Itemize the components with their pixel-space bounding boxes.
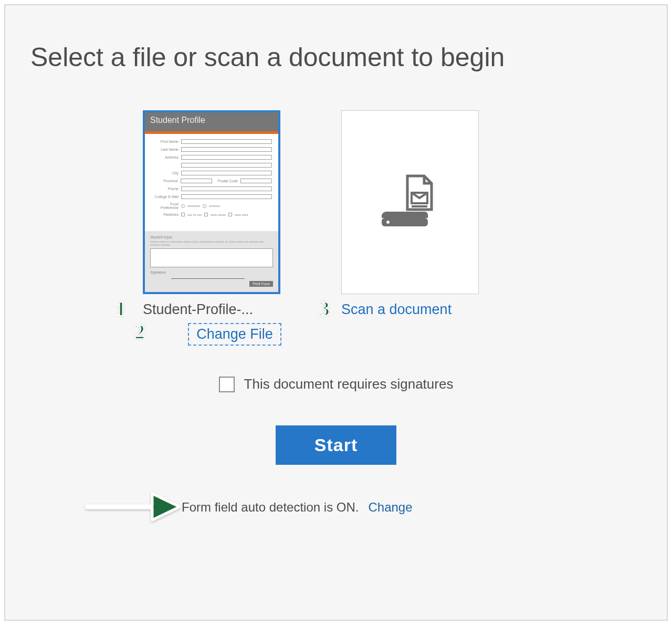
file-preview: Student Profile First Name Last Name Add… — [145, 112, 278, 292]
callout-2: 2 — [134, 319, 158, 342]
page-title: Select a file or scan a document to begi… — [30, 42, 645, 72]
start-button[interactable]: Start — [276, 425, 396, 465]
file-preview-tile[interactable]: Student Profile First Name Last Name Add… — [143, 110, 280, 294]
dialog-panel: Select a file or scan a document to begi… — [4, 4, 668, 621]
auto-detection-change-link[interactable]: Change — [368, 500, 412, 515]
selected-file-name: Student-Profile-... — [143, 301, 280, 318]
scan-document-label[interactable]: Scan a document — [341, 301, 525, 318]
preview-body: First Name Last Name Address City Provin… — [145, 134, 278, 231]
scan-document-tile[interactable] — [341, 110, 479, 294]
scan-document-option: Scan a document — [341, 110, 525, 318]
preview-footer: Student Input xxxxx xxxx xx xxxxxxxx xxx… — [145, 231, 278, 292]
preview-print-button: Print Form — [249, 281, 273, 287]
callout-arrow-icon — [84, 487, 181, 524]
select-file-option: Student Profile First Name Last Name Add… — [143, 110, 327, 346]
scanner-icon — [379, 171, 442, 234]
signatures-row: This document requires signatures — [5, 376, 667, 394]
svg-point-4 — [386, 221, 390, 224]
preview-header: Student Profile — [145, 112, 278, 131]
auto-detection-status: Form field auto detection is ON. — [182, 500, 359, 515]
start-row: Start — [5, 425, 667, 465]
callout-3: 3 — [319, 296, 342, 319]
requires-signatures-checkbox[interactable] — [219, 377, 235, 392]
change-file-button[interactable]: Change File — [188, 323, 281, 346]
callout-1: 1 — [116, 296, 139, 319]
requires-signatures-label: This document requires signatures — [244, 376, 454, 392]
